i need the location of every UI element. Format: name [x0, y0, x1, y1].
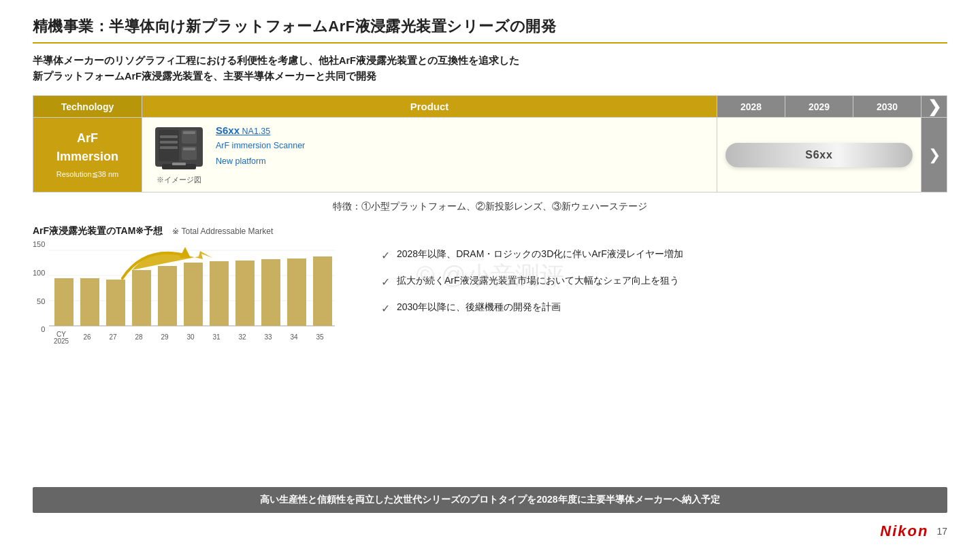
- svg-rect-7: [183, 131, 195, 134]
- y-tick-100: 100: [33, 269, 45, 277]
- y-tick-50: 50: [37, 297, 45, 305]
- product-name[interactable]: S6xx: [216, 124, 240, 136]
- col-header-2028: 2028: [717, 96, 785, 118]
- page-number: 17: [936, 526, 947, 537]
- bar-28: [132, 270, 151, 326]
- col-header-arrow: ❯: [921, 96, 947, 118]
- footer-bar: 高い生産性と信頼性を両立した次世代シリーズのプロトタイプを2028年度に主要半導…: [33, 487, 947, 513]
- bullets-section: ✓ 2028年以降、DRAM・ロジックの3D化に伴いArF液浸レイヤー増加 ✓ …: [381, 225, 947, 317]
- page-subtitle: 半導体メーカーのリソグラフィ工程における利便性を考慮し、他社ArF液浸露光装置と…: [33, 53, 947, 84]
- nikon-logo: Nikon: [880, 522, 928, 540]
- product-suffix: NA1.35: [240, 127, 270, 136]
- col-header-2029: 2029: [785, 96, 853, 118]
- image-caption: ※イメージ図: [157, 175, 201, 185]
- svg-rect-10: [172, 163, 186, 165]
- svg-rect-4: [160, 135, 178, 138]
- bullet-item-3: ✓ 2030年以降に、後継機種の開発を計画: [381, 300, 947, 317]
- checkmark-3: ✓: [381, 301, 390, 317]
- product-machine-image: [152, 124, 206, 173]
- tech-name: ArF Immersion Resolution≦38 nm: [39, 129, 136, 182]
- svg-text:31: 31: [213, 333, 221, 341]
- trend-arrowhead: [180, 247, 191, 258]
- arrow-cell: ❯: [921, 118, 947, 193]
- col-header-technology: Technology: [33, 96, 142, 118]
- svg-text:32: 32: [239, 333, 247, 341]
- timeline-bar: S6xx: [725, 143, 913, 167]
- bar-27: [106, 280, 125, 326]
- svg-rect-1: [159, 130, 179, 161]
- checkmark-2: ✓: [381, 274, 390, 290]
- svg-text:29: 29: [161, 333, 169, 341]
- svg-text:2025: 2025: [54, 337, 69, 345]
- bar-2025: [54, 278, 74, 326]
- checkmark-1: ✓: [381, 248, 390, 264]
- svg-rect-6: [160, 146, 178, 149]
- bar-29: [158, 266, 177, 326]
- bar-32: [235, 261, 255, 326]
- features-text: 特徴：①小型プラットフォーム、②新投影レンズ、③新ウェハーステージ: [33, 201, 947, 213]
- bar-chart: CY 2025 26 27 28 29 30 31 32 33 34 35: [49, 240, 342, 356]
- bar-34: [287, 258, 306, 326]
- y-tick-150: 150: [33, 240, 45, 248]
- chart-container: ArF液浸露光装置のTAM※予想 ※ Total Addressable Mar…: [33, 225, 359, 358]
- bullet-item-1: ✓ 2028年以降、DRAM・ロジックの3D化に伴いArF液浸レイヤー増加: [381, 247, 947, 264]
- timeline-cell: S6xx: [717, 118, 921, 193]
- product-info: S6xx NA1.35 ArF immersion Scanner New pl…: [216, 124, 305, 168]
- product-sub2: New platform: [216, 155, 305, 168]
- bar-30: [184, 263, 203, 326]
- bullet-item-2: ✓ 拡大が続くArF液浸露光装置市場において大幅なシェア向上を狙う: [381, 273, 947, 290]
- svg-text:30: 30: [187, 333, 195, 341]
- chart-title: ArF液浸露光装置のTAM※予想 ※ Total Addressable Mar…: [33, 225, 359, 237]
- svg-text:28: 28: [135, 333, 144, 341]
- bar-33: [261, 259, 280, 326]
- bar-31: [210, 261, 229, 326]
- bar-35: [313, 256, 332, 326]
- col-header-product: Product: [142, 96, 717, 118]
- roadmap-table: Technology Product 2028 2029 2030 ❯ ArF …: [33, 95, 947, 193]
- svg-rect-5: [160, 141, 178, 144]
- svg-rect-8: [183, 148, 195, 150]
- page-title: 精機事業：半導体向け新プラットフォームArF液浸露光装置シリーズの開発: [33, 16, 947, 44]
- product-cell: ※イメージ図 S6xx NA1.35 ArF immersion Scanner…: [142, 118, 717, 193]
- tech-cell: ArF Immersion Resolution≦38 nm: [33, 118, 142, 193]
- y-tick-0: 0: [41, 325, 45, 333]
- col-header-2030: 2030: [853, 96, 921, 118]
- svg-text:34: 34: [291, 333, 299, 341]
- bar-26: [80, 278, 99, 326]
- svg-text:27: 27: [110, 333, 118, 341]
- svg-text:33: 33: [265, 333, 273, 341]
- svg-text:35: 35: [316, 333, 325, 341]
- svg-text:26: 26: [84, 333, 92, 341]
- product-sub1: ArF immersion Scanner: [216, 139, 305, 152]
